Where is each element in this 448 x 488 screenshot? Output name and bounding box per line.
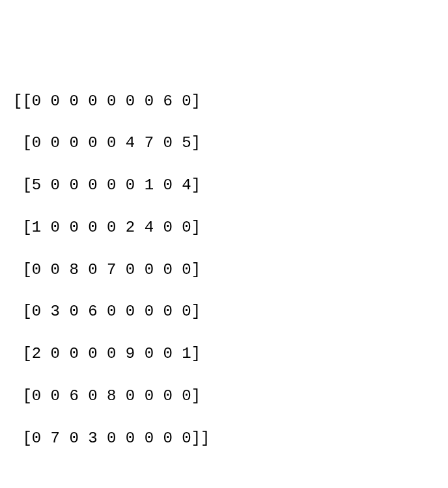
input-row-4: [0 0 8 0 7 0 0 0 0] xyxy=(13,260,435,280)
input-row-5: [0 3 0 6 0 0 0 0 0] xyxy=(13,301,435,322)
input-row-3: [1 0 0 0 0 2 4 0 0] xyxy=(13,217,435,238)
input-row-7: [0 0 6 0 8 0 0 0 0] xyxy=(13,386,435,407)
input-row-1: [0 0 0 0 0 4 7 0 5] xyxy=(13,133,435,154)
input-row-6: [2 0 0 0 0 9 0 0 1] xyxy=(13,344,435,364)
input-row-2: [5 0 0 0 0 0 1 0 4] xyxy=(13,175,435,196)
input-row-0: [[0 0 0 0 0 0 0 6 0] xyxy=(13,91,435,112)
input-row-8: [0 7 0 3 0 0 0 0 0]] xyxy=(13,428,435,449)
